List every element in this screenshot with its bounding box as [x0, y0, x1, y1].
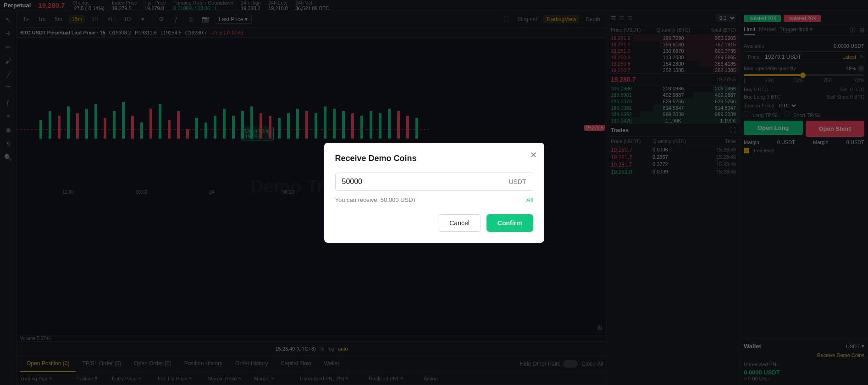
amount-input[interactable] [342, 178, 509, 186]
modal-btn-row: Cancel Confirm [335, 214, 533, 232]
modal-hint-row: You can receive: 50,000 USDT All [335, 196, 533, 203]
confirm-btn[interactable]: Confirm [487, 214, 533, 232]
modal-hint-text: You can receive: 50,000 USDT [335, 196, 417, 203]
modal-close-btn[interactable]: ✕ [530, 150, 537, 160]
cancel-btn[interactable]: Cancel [438, 214, 481, 232]
modal-input-row: USDT [335, 173, 533, 191]
modal-overlay[interactable]: Receive Demo Coins ✕ USDT You can receiv… [0, 0, 868, 385]
receive-demo-coins-modal: Receive Demo Coins ✕ USDT You can receiv… [324, 143, 544, 243]
modal-title: Receive Demo Coins [335, 154, 533, 163]
all-link[interactable]: All [526, 196, 533, 203]
currency-suffix: USDT [509, 178, 526, 185]
